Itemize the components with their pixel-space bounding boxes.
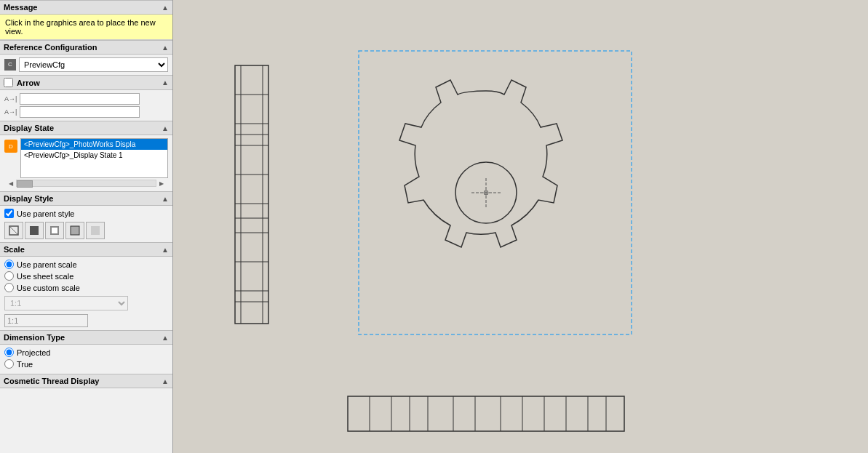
svg-rect-6 [52, 228, 57, 233]
scale-header-title: Scale [4, 245, 25, 254]
display-style-section-header[interactable]: Display Style ▲ [0, 191, 172, 206]
ds-list-item-0[interactable]: <PreviewCfg>_PhotoWorks Displa [21, 139, 167, 150]
svg-rect-7 [71, 226, 79, 235]
arrow-collapse-icon: ▲ [162, 79, 169, 87]
config-icon: C [4, 59, 16, 71]
scale-content: Use parent scale Use sheet scale Use cus… [0, 257, 172, 330]
scale-sheet-row: Use sheet scale [4, 271, 168, 281]
display-state-icon: D [4, 140, 17, 153]
message-content: Click in the graphics area to place the … [0, 15, 172, 40]
dim-true-radio[interactable] [4, 359, 14, 369]
cosmetic-thread-header-title: Cosmetic Thread Display [4, 377, 99, 385]
arrow-header-title: Arrow [17, 79, 40, 87]
ref-config-collapse-icon: ▲ [162, 44, 169, 52]
dim-true-row: True [4, 359, 168, 369]
display-state-content: D <PreviewCfg>_PhotoWorks Displa <Previe… [0, 135, 172, 191]
scale-parent-radio[interactable] [4, 260, 14, 269]
scale-custom-row: Use custom scale [4, 283, 168, 292]
dim-projected-radio[interactable] [4, 348, 14, 357]
svg-line-3 [9, 226, 18, 235]
ds-list-item-1[interactable]: <PreviewCfg>_Display State 1 [21, 150, 167, 161]
use-parent-style-label: Use parent style [17, 209, 74, 218]
scale-collapse-icon: ▲ [162, 246, 169, 254]
display-style-collapse-icon: ▲ [162, 195, 169, 203]
ref-config-content: C PreviewCfg Default [0, 55, 172, 75]
svg-text:D: D [9, 143, 13, 150]
cosmetic-thread-section-header[interactable]: Cosmetic Thread Display ▲ [0, 374, 172, 388]
style-btn-hidden-lines-removed[interactable] [25, 222, 44, 239]
arrow-label-2: A→| [4, 108, 17, 116]
ref-config-header-title: Reference Configuration [4, 43, 97, 52]
scale-parent-label: Use parent scale [17, 260, 77, 269]
style-btn-shaded-with-edges[interactable] [65, 222, 84, 239]
drawing-canvas [173, 0, 868, 453]
ref-config-select[interactable]: PreviewCfg Default [19, 57, 168, 72]
ds-scroll-area: ◀ ▶ [4, 178, 168, 188]
ds-scroll-track[interactable] [16, 180, 156, 187]
style-btn-hidden-lines-visible[interactable] [45, 222, 64, 239]
svg-rect-9 [173, 0, 868, 453]
message-header-title: Message [4, 3, 37, 12]
ds-icon-row: D <PreviewCfg>_PhotoWorks Displa <Previe… [4, 138, 168, 178]
style-btn-wireframe[interactable] [4, 222, 23, 239]
scroll-left-btn[interactable]: ◀ [9, 180, 13, 187]
ref-config-section-header[interactable]: Reference Configuration ▲ [0, 40, 172, 55]
display-state-header-title: Display State [4, 124, 54, 132]
scale-input-container [4, 314, 168, 327]
scale-section-header[interactable]: Scale ▲ [0, 242, 172, 257]
svg-rect-8 [91, 226, 100, 235]
scale-sheet-radio[interactable] [4, 271, 14, 281]
arrow-input-2[interactable] [20, 106, 140, 118]
display-state-section-header[interactable]: Display State ▲ [0, 121, 172, 135]
display-state-collapse-icon: ▲ [162, 124, 169, 132]
arrow-input-row-1: A→| [4, 93, 168, 105]
dimension-type-collapse-icon: ▲ [162, 334, 169, 342]
scale-custom-label: Use custom scale [17, 284, 80, 292]
display-style-content: Use parent style [0, 206, 172, 242]
scale-sheet-label: Use sheet scale [17, 272, 73, 281]
canvas-area[interactable] [173, 0, 868, 453]
cosmetic-thread-collapse-icon: ▲ [162, 377, 169, 385]
arrow-input-1[interactable] [20, 93, 140, 105]
ds-scroll-thumb [17, 180, 33, 188]
scale-custom-radio[interactable] [4, 283, 14, 292]
style-buttons [4, 222, 168, 239]
arrow-checkbox[interactable] [4, 78, 13, 87]
scroll-right-btn[interactable]: ▶ [159, 180, 164, 187]
display-state-list[interactable]: <PreviewCfg>_PhotoWorks Displa <PreviewC… [20, 138, 168, 178]
style-btn-shaded[interactable] [86, 222, 105, 239]
scale-dropdown[interactable]: 1:1 1:2 2:1 [4, 296, 128, 310]
arrow-label-1: A→| [4, 95, 17, 103]
dimension-type-section-header[interactable]: Dimension Type ▲ [0, 330, 172, 345]
left-panel: Message ▲ Click in the graphics area to … [0, 0, 173, 453]
dimension-type-header-title: Dimension Type [4, 333, 65, 342]
use-parent-style-checkbox[interactable] [4, 209, 14, 218]
dim-projected-row: Projected [4, 348, 168, 357]
message-text: Click in the graphics area to place the … [5, 18, 156, 36]
arrow-input-row-2: A→| [4, 106, 168, 118]
arrow-content: A→| A→| [0, 90, 172, 121]
message-collapse-icon: ▲ [162, 4, 169, 12]
arrow-inputs: A→| A→| [4, 93, 168, 118]
message-section-header[interactable]: Message ▲ [0, 0, 172, 15]
arrow-section-header[interactable]: Arrow ▲ [0, 75, 172, 90]
dimension-type-content: Projected True [0, 345, 172, 374]
use-parent-style-row: Use parent style [4, 209, 168, 218]
scale-parent-row: Use parent scale [4, 260, 168, 269]
display-style-header-title: Display Style [4, 194, 53, 203]
scale-input[interactable] [4, 314, 88, 327]
dim-true-label: True [17, 360, 33, 369]
svg-rect-4 [30, 226, 39, 235]
dim-projected-label: Projected [17, 348, 50, 357]
